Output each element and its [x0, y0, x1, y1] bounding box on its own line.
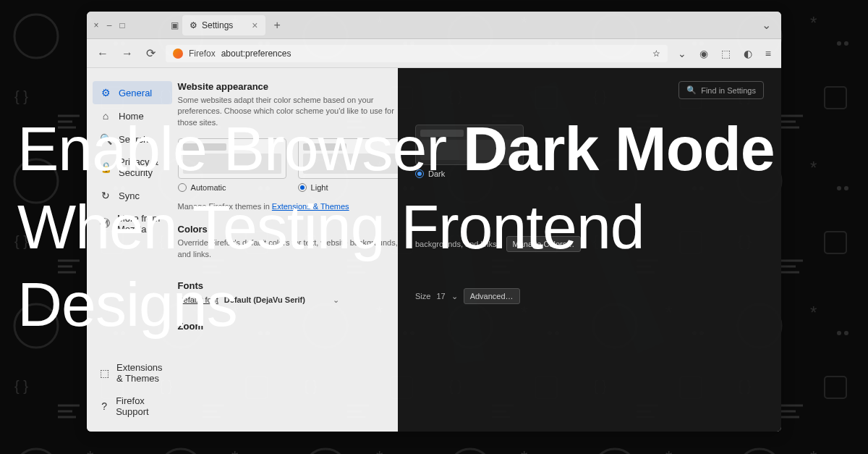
find-in-settings-input[interactable]: 🔍 Find in Settings: [678, 81, 764, 99]
sidebar-item-search[interactable]: 🔍 Search: [93, 127, 172, 151]
tabs-dropdown-icon[interactable]: ⌄: [756, 18, 777, 32]
new-tab-button[interactable]: +: [268, 19, 286, 32]
lock-icon: 🔒: [100, 161, 111, 173]
default-font-value[interactable]: Default (DejaVu Serif): [224, 295, 305, 304]
window-minimize-button[interactable]: –: [104, 20, 114, 30]
manage-colors-button[interactable]: Manage Colors…: [506, 236, 582, 252]
font-size-label: Size: [415, 292, 430, 300]
appearance-option-automatic[interactable]: Automatic: [178, 138, 286, 192]
address-bar[interactable]: Firefox about:preferences ☆: [166, 45, 668, 62]
sidebar-item-general[interactable]: ⚙ General: [93, 81, 172, 104]
radio-icon[interactable]: [415, 169, 424, 178]
sidebar-item-label: Firefox Support: [116, 395, 164, 417]
appearance-option-dark[interactable]: Dark: [415, 125, 764, 178]
search-icon: 🔍: [686, 85, 697, 95]
forward-button[interactable]: →: [119, 44, 136, 63]
sidebar-item-label: Search: [119, 134, 148, 145]
extensions-icon[interactable]: ⬚: [718, 45, 733, 62]
browser-toolbar: ← → ⟳ Firefox about:preferences ☆ ⌄ ◉ ⬚ …: [87, 39, 781, 68]
browser-tab[interactable]: ⚙ Settings ×: [182, 15, 265, 35]
sidebar-item-more[interactable]: Ⓜ More from Mozilla: [93, 207, 172, 240]
tab-label: Settings: [202, 20, 233, 30]
appearance-option-light[interactable]: Light: [298, 138, 407, 192]
appearance-thumb: [178, 138, 286, 179]
tab-close-button[interactable]: ×: [252, 20, 258, 31]
home-icon: ⌂: [100, 110, 111, 122]
colors-desc-dark: backgrounds, and links.: [415, 240, 499, 248]
sidebar-item-support[interactable]: ? Firefox Support: [93, 390, 172, 423]
appearance-heading: Website appearance: [178, 81, 407, 92]
appearance-thumb-dark: [415, 125, 524, 165]
themes-link-line: Manage Firefox themes in Extensions & Th…: [178, 202, 407, 211]
puzzle-icon: ⬚: [100, 367, 109, 379]
radio-label: Light: [311, 183, 328, 192]
window-close-button[interactable]: ×: [91, 20, 101, 30]
fonts-advanced-button[interactable]: Advanced…: [464, 288, 520, 304]
sidebar-item-privacy[interactable]: 🔒 Privacy & Security: [93, 151, 172, 184]
chevron-down-icon[interactable]: ⌄: [333, 295, 339, 305]
sidebar-item-label: Sync: [119, 190, 140, 201]
radio-label: Automatic: [191, 183, 226, 192]
all-tabs-icon[interactable]: ▣: [169, 20, 179, 30]
sidebar-item-label: Extensions & Themes: [116, 362, 165, 384]
reload-button[interactable]: ⟳: [143, 43, 158, 63]
colors-heading: Colors: [178, 224, 407, 235]
settings-main-light: Website appearance Some websites adapt t…: [178, 68, 414, 432]
extensions-themes-link[interactable]: Extensions & Themes: [272, 202, 349, 211]
sidebar-item-home[interactable]: ⌂ Home: [93, 104, 172, 127]
sidebar-item-extensions[interactable]: ⬚ Extensions & Themes: [93, 356, 172, 390]
chevron-down-icon[interactable]: ⌄: [451, 292, 458, 301]
find-placeholder: Find in Settings: [701, 86, 756, 95]
account-icon[interactable]: ◉: [697, 45, 711, 62]
sidebar-item-label: General: [119, 88, 152, 98]
settings-content: ⚙ General ⌂ Home 🔍 Search 🔒 Privacy & Se…: [87, 68, 781, 432]
sidebar-item-label: Home: [119, 111, 144, 122]
radio-label: Dark: [428, 169, 445, 178]
shield-icon[interactable]: ◐: [741, 45, 755, 62]
fonts-heading: Fonts: [178, 280, 407, 291]
help-icon: ?: [100, 400, 109, 412]
gear-icon: ⚙: [190, 20, 197, 30]
radio-icon[interactable]: [298, 183, 307, 192]
address-product: Firefox: [189, 49, 216, 59]
settings-main-dark: 🔍 Find in Settings Dark backgrounds, and…: [398, 68, 781, 432]
search-icon: 🔍: [100, 133, 111, 145]
window-maximize-button[interactable]: □: [117, 20, 127, 30]
appearance-thumb: [298, 138, 407, 179]
gear-icon: ⚙: [100, 87, 111, 98]
default-font-label: Default font: [178, 295, 218, 304]
colors-desc: Override Firefox's default colors for te…: [178, 237, 407, 260]
sidebar-item-sync[interactable]: ↻ Sync: [93, 184, 172, 207]
settings-sidebar: ⚙ General ⌂ Home 🔍 Search 🔒 Privacy & Se…: [87, 68, 178, 432]
sidebar-item-label: Privacy & Security: [119, 156, 165, 178]
address-url: about:preferences: [221, 49, 292, 59]
menu-icon[interactable]: ≡: [762, 45, 774, 62]
sidebar-item-label: More from Mozilla: [117, 213, 165, 235]
browser-window: × – □ ▣ ⚙ Settings × + ⌄ ← → ⟳ Firefox a…: [87, 12, 781, 432]
mozilla-icon: Ⓜ: [100, 218, 110, 230]
window-titlebar: × – □ ▣ ⚙ Settings × + ⌄: [87, 12, 781, 39]
zoom-heading: Zoom: [178, 321, 407, 332]
appearance-desc: Some websites adapt their color scheme b…: [178, 95, 407, 128]
bookmark-star-icon[interactable]: ☆: [652, 49, 660, 59]
font-size-value[interactable]: 17: [436, 292, 445, 300]
sync-icon: ↻: [100, 190, 111, 201]
radio-icon[interactable]: [178, 183, 187, 192]
pocket-icon[interactable]: ⌄: [675, 45, 689, 62]
firefox-icon: [173, 49, 183, 59]
back-button[interactable]: ←: [94, 44, 111, 63]
